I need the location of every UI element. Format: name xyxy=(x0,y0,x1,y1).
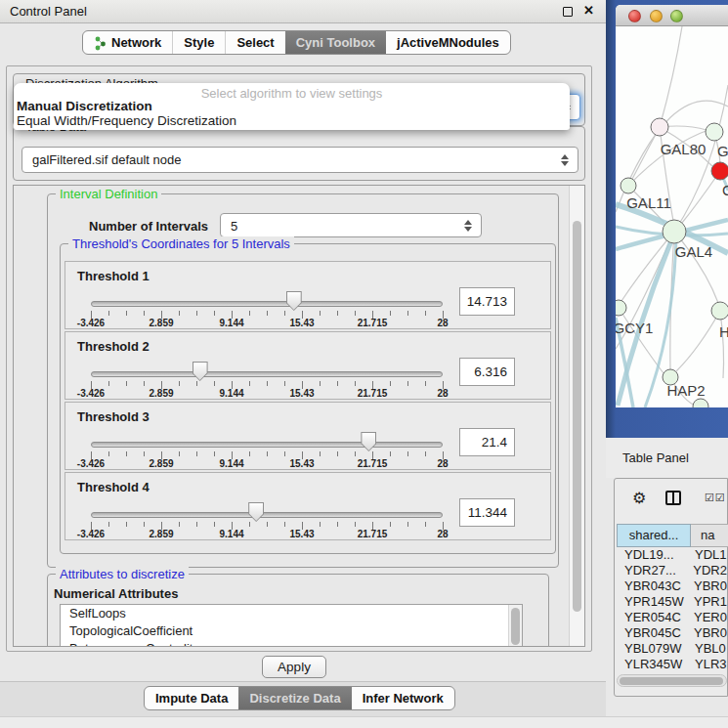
close-traffic-light-icon[interactable] xyxy=(628,10,641,22)
tab-infer-network[interactable]: Infer Network xyxy=(352,687,454,709)
network-edge[interactable] xyxy=(629,127,660,185)
threshold-value-field[interactable]: 6.316 xyxy=(459,358,515,386)
threshold-value-field[interactable]: 14.713 xyxy=(459,287,515,316)
network-node[interactable] xyxy=(711,302,728,320)
slider-thumb[interactable] xyxy=(248,502,264,522)
network-icon xyxy=(94,35,107,50)
attributes-group: Attributes to discretize Numerical Attri… xyxy=(47,574,549,647)
network-node-label: GAL11 xyxy=(626,194,671,211)
num-intervals-spinner[interactable]: 5 xyxy=(220,213,482,237)
threshold-label: Threshold 4 xyxy=(77,480,150,494)
network-node[interactable] xyxy=(693,399,708,407)
network-node-label: H xyxy=(719,323,728,340)
threshold-value-field[interactable]: 11.344 xyxy=(459,498,515,527)
threshold-value-field[interactable]: 21.4 xyxy=(459,428,515,456)
attribute-list-item[interactable]: BetweennessCentrality xyxy=(61,640,522,647)
table-panel: ⚙ ☑☑ shared... na YDL19...YDL1YDR27...YD… xyxy=(614,478,728,697)
numerical-attributes-list[interactable]: SelfLoopsTopologicalCoefficientBetweenne… xyxy=(60,604,523,647)
numerical-attributes-label: Numerical Attributes xyxy=(54,586,178,601)
network-edge[interactable] xyxy=(660,26,682,127)
slider-track[interactable] xyxy=(91,442,443,448)
scrollbar-thumb[interactable] xyxy=(620,677,723,685)
slider-thumb-face xyxy=(362,433,375,450)
table-header: shared... na xyxy=(617,524,728,547)
screen: Control Panel ✕ NetworkStyleSelectCyni T… xyxy=(0,0,728,728)
spinner-arrows-icon xyxy=(464,220,472,232)
table-row[interactable]: YDL19...YDL1 xyxy=(617,547,727,563)
combo-arrows-icon xyxy=(561,154,569,166)
table-row[interactable]: YBL079WYBL0 xyxy=(617,641,727,657)
table-panel-titlebar: Table Panel xyxy=(606,438,728,478)
gear-icon[interactable]: ⚙ xyxy=(632,489,646,507)
attribute-list-item[interactable]: TopologicalCoefficient xyxy=(61,622,522,640)
slider-track[interactable] xyxy=(91,301,443,307)
close-icon[interactable]: ✕ xyxy=(583,3,594,18)
table-toolbar: ⚙ ☑☑ xyxy=(615,479,727,522)
slider-thumb-face xyxy=(249,503,263,521)
tab-jactivemnodules[interactable]: jActiveMNodules xyxy=(386,31,510,54)
dropdown-prompt-item[interactable]: Select algorithm to view settings xyxy=(14,83,570,99)
slider-thumb[interactable] xyxy=(361,432,376,451)
network-node[interactable] xyxy=(621,178,636,193)
dropdown-option-manual[interactable]: Manual Discretization xyxy=(14,99,570,113)
tab-discretize-data[interactable]: Discretize Data xyxy=(238,687,351,709)
network-edge[interactable] xyxy=(682,171,720,223)
thresholds-group: Threshold's Coordinates for 5 Intervals … xyxy=(60,243,556,554)
dropdown-option-equal-width[interactable]: Equal Width/Frequency Discretization xyxy=(14,113,570,127)
zoom-traffic-light-icon[interactable] xyxy=(670,10,683,22)
split-columns-icon[interactable] xyxy=(665,491,681,505)
table-panel-title: Table Panel xyxy=(622,450,689,465)
checkboxes-icon[interactable]: ☑☑ xyxy=(705,492,726,504)
network-edge[interactable] xyxy=(676,311,720,371)
threshold-panel: Threshold 1 -3.4262.8599.14415.4321.7152… xyxy=(64,261,551,329)
num-intervals-label: Number of Intervals xyxy=(89,219,208,234)
tab-select[interactable]: Select xyxy=(225,31,284,54)
slider-thumb[interactable] xyxy=(193,362,208,381)
table-row[interactable]: YPR145WYPR1 xyxy=(617,594,727,610)
table-horizontal-scrollbar[interactable] xyxy=(617,674,727,687)
apply-button[interactable]: Apply xyxy=(262,656,326,678)
slider-track[interactable] xyxy=(91,371,443,377)
network-canvas[interactable]: GAL80GACGAL11GAL4GCY1HHAP2 xyxy=(616,26,728,407)
slider-tick-labels: -3.4262.8599.14415.4321.71528 xyxy=(91,458,443,469)
slider-thumb[interactable] xyxy=(286,291,302,311)
network-edge[interactable] xyxy=(720,311,724,378)
threshold-label: Threshold 3 xyxy=(77,409,150,424)
table-row[interactable]: YBR045CYBR0 xyxy=(617,625,727,641)
threshold-panel: Threshold 3 -3.4262.8599.14415.4321.7152… xyxy=(64,402,551,470)
group-title: Threshold's Coordinates for 5 Intervals xyxy=(68,236,294,251)
column-header-name[interactable]: na xyxy=(691,524,728,547)
attribute-list-item[interactable]: SelfLoops xyxy=(61,605,522,622)
tab-impute-data[interactable]: Impute Data xyxy=(145,687,238,709)
scrollbar-thumb[interactable] xyxy=(511,608,520,645)
column-header-shared[interactable]: shared... xyxy=(617,524,691,547)
network-node[interactable] xyxy=(706,123,723,141)
network-window: GAL80GACGAL11GAL4GCY1HHAP2 xyxy=(616,5,728,407)
table-row[interactable]: YER054CYER0 xyxy=(617,610,727,625)
network-node[interactable] xyxy=(651,118,668,136)
slider-track[interactable] xyxy=(91,512,443,518)
network-node-label: GAL4 xyxy=(675,243,712,260)
network-window-titlebar[interactable] xyxy=(616,5,728,26)
network-node[interactable] xyxy=(616,300,626,316)
table-row[interactable]: YBR043CYBR0 xyxy=(617,578,727,594)
slider-tick-labels: -3.4262.8599.14415.4321.71528 xyxy=(91,388,443,399)
scrollbar-thumb[interactable] xyxy=(573,221,581,612)
control-panel-titlebar: Control Panel ✕ xyxy=(0,0,606,23)
table-row[interactable]: YDR27...YDR2 xyxy=(617,563,727,578)
network-node[interactable] xyxy=(711,162,728,180)
algorithm-dropdown-popup: Select algorithm to view settings Manual… xyxy=(14,83,570,130)
table-data-combobox[interactable]: galFiltered.sif default node xyxy=(21,147,578,173)
list-vertical-scrollbar[interactable] xyxy=(508,605,522,647)
tab-network[interactable]: Network xyxy=(83,31,172,54)
tab-style[interactable]: Style xyxy=(172,31,225,54)
minimize-traffic-light-icon[interactable] xyxy=(650,10,663,22)
float-window-icon[interactable] xyxy=(563,7,573,17)
panel-title: Control Panel xyxy=(10,4,87,19)
table-row[interactable]: YLR345WYLR3 xyxy=(617,657,727,672)
network-node[interactable] xyxy=(663,220,686,243)
panel-vertical-scrollbar[interactable] xyxy=(569,186,584,646)
threshold-panel: Threshold 2 -3.4262.8599.14415.4321.7152… xyxy=(64,331,551,400)
tab-cyni-toolbox[interactable]: Cyni Toolbox xyxy=(285,31,386,54)
network-node-label: GAL80 xyxy=(661,141,707,157)
